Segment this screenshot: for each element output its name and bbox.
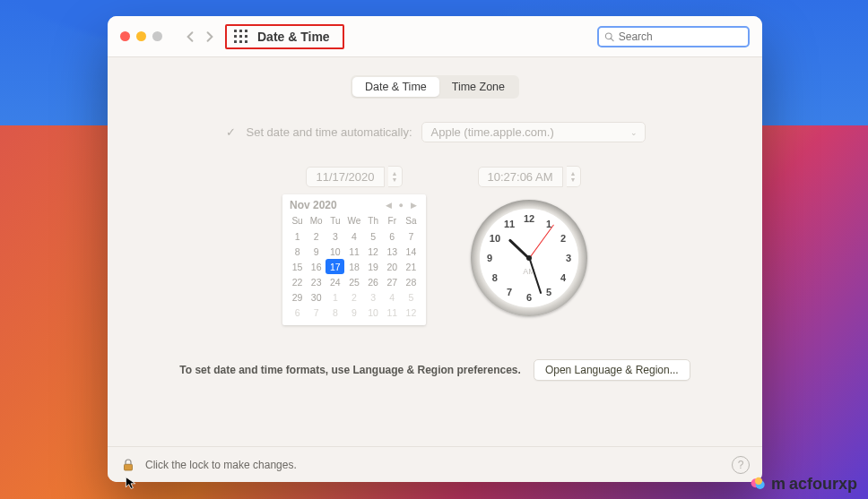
calendar-day[interactable]: 9	[344, 305, 363, 320]
calendar-day[interactable]: 1	[288, 228, 307, 244]
search-icon	[604, 31, 614, 42]
calendar-day[interactable]: 6	[288, 305, 307, 320]
clock-numeral: 12	[524, 213, 534, 224]
clock-numeral: 6	[526, 292, 532, 303]
calendar-day[interactable]: 22	[288, 274, 307, 289]
calendar-day[interactable]: 14	[402, 244, 421, 259]
calendar[interactable]: Nov 2020 ◀ ● ▶ SuMoTuWeThFrSa 1234567891…	[282, 194, 426, 325]
tab-date-time[interactable]: Date & Time	[352, 77, 439, 97]
calendar-day[interactable]: 12	[364, 244, 383, 259]
calendar-day[interactable]: 27	[383, 274, 402, 289]
auto-checkbox[interactable]: ✓	[225, 125, 238, 139]
time-stepper-icon[interactable]: ▲▼	[567, 166, 581, 187]
format-note: To set date and time formats, use Langua…	[179, 364, 521, 376]
calendar-day[interactable]: 28	[402, 274, 421, 289]
help-button[interactable]: ?	[732, 456, 750, 474]
svg-rect-2	[125, 464, 133, 470]
calendar-next-button[interactable]: ▶	[409, 201, 419, 210]
calendar-day[interactable]: 10	[326, 244, 344, 259]
mouse-cursor-icon	[124, 476, 138, 490]
calendar-day[interactable]: 20	[383, 259, 402, 274]
calendar-day[interactable]: 4	[383, 289, 402, 305]
tab-time-zone[interactable]: Time Zone	[439, 77, 517, 97]
calendar-day[interactable]: 1	[326, 289, 344, 305]
calendar-weekday: Fr	[383, 213, 402, 228]
calendar-today-button[interactable]: ●	[397, 201, 405, 210]
calendar-day[interactable]: 7	[402, 228, 421, 244]
calendar-day[interactable]: 21	[402, 259, 421, 274]
date-field[interactable]: 11/17/2020 ▲▼	[306, 166, 402, 187]
lock-icon[interactable]	[120, 457, 136, 473]
pane-title-highlight: Date & Time	[225, 24, 344, 49]
calendar-day[interactable]: 26	[364, 274, 383, 289]
calendar-day[interactable]: 19	[364, 259, 383, 274]
calendar-day[interactable]: 23	[307, 274, 326, 289]
forward-button[interactable]	[200, 27, 220, 47]
calendar-weekday: Tu	[326, 213, 344, 228]
time-server-dropdown[interactable]: Apple (time.apple.com.) ⌄	[421, 122, 646, 142]
calendar-day[interactable]: 11	[383, 305, 402, 320]
calendar-day[interactable]: 7	[307, 305, 326, 320]
watermark-brand: macfourxp	[750, 475, 857, 494]
calendar-day[interactable]: 9	[307, 244, 326, 259]
calendar-day[interactable]: 13	[383, 244, 402, 259]
auto-label: Set date and time automatically:	[247, 125, 412, 139]
calendar-day[interactable]: 12	[402, 305, 421, 320]
system-preferences-window: Date & Time Date & Time Time Zone ✓ Set …	[108, 16, 762, 482]
time-value: 10:27:06 AM	[478, 167, 563, 187]
open-language-region-button[interactable]: Open Language & Region...	[534, 359, 690, 381]
calendar-weekday: Mo	[307, 213, 326, 228]
calendar-day[interactable]: 18	[344, 259, 363, 274]
zoom-window-button[interactable]	[152, 31, 162, 41]
calendar-day[interactable]: 5	[402, 289, 421, 305]
calendar-day[interactable]: 6	[383, 228, 402, 244]
back-button[interactable]	[180, 27, 200, 47]
clock-pin	[526, 255, 532, 261]
show-all-icon[interactable]	[234, 30, 248, 44]
calendar-day[interactable]: 3	[326, 228, 344, 244]
calendar-day[interactable]: 16	[307, 259, 326, 274]
calendar-day[interactable]: 10	[364, 305, 383, 320]
clock-numeral: 4	[560, 272, 566, 283]
calendar-day[interactable]: 15	[288, 259, 307, 274]
calendar-day[interactable]: 3	[364, 289, 383, 305]
calendar-weekday: Su	[288, 213, 307, 228]
date-stepper-icon[interactable]: ▲▼	[388, 166, 403, 187]
auto-set-row: ✓ Set date and time automatically: Apple…	[140, 122, 730, 142]
close-window-button[interactable]	[120, 31, 130, 41]
calendar-day[interactable]: 8	[288, 244, 307, 259]
brand-text: acfourxp	[789, 475, 857, 494]
minimize-window-button[interactable]	[136, 31, 146, 41]
calendar-day[interactable]: 4	[344, 228, 363, 244]
clock-numeral: 8	[492, 272, 498, 283]
clock-numeral: 10	[490, 233, 500, 244]
calendar-day[interactable]: 30	[307, 289, 326, 305]
lock-bar: Click the lock to make changes. ?	[108, 446, 762, 482]
calendar-day[interactable]: 25	[344, 274, 363, 289]
calendar-day[interactable]: 5	[364, 228, 383, 244]
calendar-day[interactable]: 2	[307, 228, 326, 244]
calendar-day[interactable]: 24	[326, 274, 344, 289]
calendar-weekday: Th	[364, 213, 383, 228]
calendar-weekday: We	[344, 213, 363, 228]
calendar-day[interactable]: 29	[288, 289, 307, 305]
window-traffic-lights	[120, 31, 162, 41]
pane-title: Date & Time	[257, 30, 330, 44]
brand-logo-icon	[750, 476, 768, 494]
calendar-day[interactable]: 11	[344, 244, 363, 259]
date-value: 11/17/2020	[306, 167, 384, 187]
clock-numeral: 11	[504, 219, 515, 229]
calendar-day[interactable]: 17	[326, 259, 344, 274]
search-input[interactable]	[619, 30, 742, 43]
lock-message: Click the lock to make changes.	[145, 459, 297, 471]
toolbar-search[interactable]	[597, 26, 750, 47]
time-server-value: Apple (time.apple.com.)	[431, 125, 554, 139]
calendar-day[interactable]: 2	[344, 289, 363, 305]
window-toolbar: Date & Time	[108, 16, 762, 57]
calendar-day[interactable]: 8	[326, 305, 344, 320]
tab-segment: Date & Time Time Zone	[351, 75, 519, 99]
time-field[interactable]: 10:27:06 AM ▲▼	[478, 166, 581, 187]
clock-numeral: 2	[560, 233, 566, 244]
calendar-prev-button[interactable]: ◀	[384, 201, 394, 210]
analog-clock: 121234567891011 AM	[471, 200, 587, 316]
